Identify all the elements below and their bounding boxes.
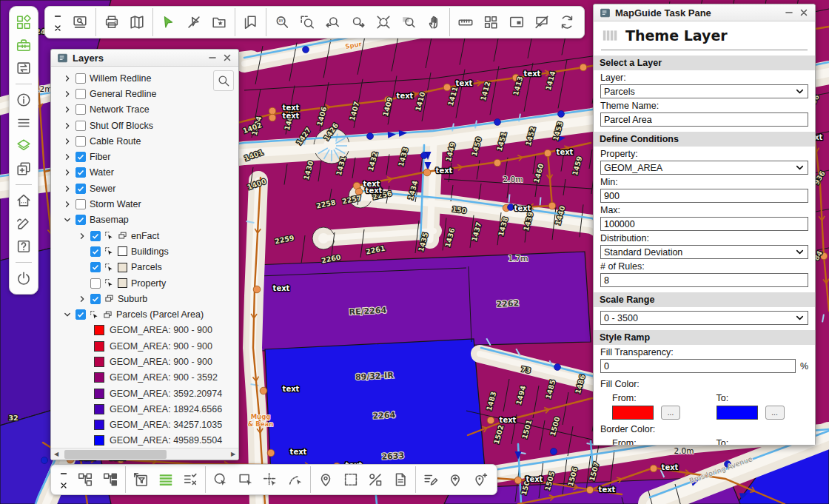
layers-close-button[interactable]: [222, 53, 232, 63]
zoom-window-button[interactable]: [295, 9, 319, 36]
chevron-right-icon[interactable]: [63, 105, 72, 114]
task-pane-minimize-button[interactable]: [784, 7, 794, 18]
menu-button[interactable]: [10, 112, 37, 133]
home-button[interactable]: [10, 190, 37, 211]
layer-checkbox[interactable]: [90, 294, 101, 304]
chevron-right-icon[interactable]: [63, 168, 72, 177]
select-extent-button[interactable]: [338, 466, 362, 493]
property-select[interactable]: GEOM_AREA: [600, 161, 808, 175]
scroll-left-arrow[interactable]: ◀: [51, 451, 61, 457]
scrollbar-thumb[interactable]: [64, 450, 167, 459]
add-point-button[interactable]: [443, 466, 467, 493]
task-pane-header[interactable]: MapGuide Task Pane: [594, 4, 815, 21]
measure-button[interactable]: [453, 9, 477, 36]
layers-panel-header[interactable]: Layers: [51, 50, 238, 67]
overview-map-button[interactable]: [504, 9, 528, 36]
zoom-xy-button[interactable]: XY: [269, 9, 294, 36]
theme-name-input[interactable]: [600, 112, 808, 127]
layers-button[interactable]: [10, 135, 37, 156]
swap-panels-button[interactable]: [10, 58, 37, 78]
refresh-button[interactable]: [555, 9, 580, 36]
layer-checkbox[interactable]: [75, 167, 86, 178]
layer-tree-item[interactable]: Cable Route: [51, 133, 238, 149]
list-unselect-button[interactable]: [178, 466, 202, 493]
layer-checkbox[interactable]: [90, 246, 101, 257]
redline-edit-button[interactable]: [419, 466, 443, 493]
chevron-right-icon[interactable]: [63, 152, 72, 161]
org-filled-button[interactable]: [98, 466, 121, 493]
report-doc-button[interactable]: [388, 466, 412, 493]
layer-tree-item[interactable]: Sewer: [51, 181, 238, 196]
layer-checkbox[interactable]: [75, 73, 86, 84]
zoom-extents-button[interactable]: [371, 9, 395, 36]
chevron-right-icon[interactable]: [63, 137, 72, 146]
clear-selection-button[interactable]: [181, 9, 206, 36]
legend-bars-button[interactable]: [153, 466, 177, 493]
no-tooltip-button[interactable]: [529, 9, 554, 36]
fill-transparency-input[interactable]: [600, 359, 796, 373]
help-button[interactable]: [10, 236, 37, 257]
select-button[interactable]: [156, 9, 181, 36]
fill-to-picker-button[interactable]: ...: [765, 406, 785, 420]
distribution-select[interactable]: Standard Deviation: [600, 245, 808, 259]
layer-tree-item[interactable]: General Redline: [51, 86, 238, 101]
chevron-down-icon[interactable]: [63, 215, 72, 224]
filter-window-button[interactable]: [129, 466, 152, 493]
layer-checkbox[interactable]: [90, 278, 101, 289]
layer-tree-item[interactable]: enFact: [51, 228, 238, 243]
fill-from-swatch[interactable]: [612, 406, 654, 420]
zoom-next-button[interactable]: [346, 9, 370, 36]
fill-from-picker-button[interactable]: ...: [661, 406, 680, 420]
layer-tree-item[interactable]: Fiber: [51, 149, 238, 164]
rules-input[interactable]: [600, 273, 808, 287]
layer-checkbox[interactable]: [75, 184, 86, 194]
task-pane-close-button[interactable]: [799, 7, 809, 18]
power-button[interactable]: [10, 268, 37, 289]
layers-minimize-button[interactable]: [207, 53, 218, 63]
print-button[interactable]: [99, 9, 124, 36]
layer-checkbox[interactable]: [90, 231, 101, 241]
chevron-right-icon[interactable]: [63, 200, 72, 209]
zoom-previous-button[interactable]: [320, 9, 345, 36]
org-outline-button[interactable]: [73, 466, 97, 493]
close-button[interactable]: [53, 24, 62, 33]
scroll-right-arrow[interactable]: ▶: [228, 451, 238, 457]
fill-to-swatch[interactable]: [716, 406, 758, 420]
layer-checkbox[interactable]: [90, 262, 101, 272]
layer-checkbox[interactable]: [75, 199, 86, 209]
dashboard-button[interactable]: [10, 12, 37, 33]
pan-button[interactable]: [422, 9, 446, 36]
layer-search-button[interactable]: [213, 70, 234, 91]
select-polyline-button[interactable]: [283, 466, 307, 493]
scale-range-select[interactable]: 0 - 3500: [600, 311, 808, 325]
layer-checkbox[interactable]: [75, 152, 86, 162]
layer-tree-item[interactable]: Property: [51, 275, 238, 291]
zoom-selection-button[interactable]: [397, 9, 421, 36]
minimize-button[interactable]: [59, 469, 68, 478]
layer-tree-item[interactable]: Network Trace: [51, 102, 238, 118]
chevron-right-icon[interactable]: [63, 74, 72, 83]
chevron-right-icon[interactable]: [63, 90, 72, 98]
tiles-button[interactable]: [479, 9, 503, 36]
chevron-down-icon[interactable]: [63, 310, 72, 319]
max-input[interactable]: [600, 217, 808, 231]
feature-pin-button[interactable]: [314, 466, 338, 493]
layer-tree-item[interactable]: Suburb: [51, 291, 238, 306]
layer-select[interactable]: Parcels: [600, 84, 808, 98]
chevron-right-icon[interactable]: [63, 184, 72, 193]
layer-checkbox[interactable]: [75, 104, 86, 115]
quick-plot-button[interactable]: [68, 9, 93, 36]
layer-checkbox[interactable]: [75, 136, 86, 147]
select-window-button[interactable]: [234, 466, 258, 493]
layer-tree-item[interactable]: Storm Water: [51, 196, 238, 212]
layer-tree-item[interactable]: Parcels: [51, 260, 238, 275]
chevron-right-icon[interactable]: [78, 232, 87, 241]
buffer-percent-button[interactable]: [363, 466, 387, 493]
select-radius-button[interactable]: [209, 466, 232, 493]
maps-button[interactable]: [124, 9, 149, 36]
min-input[interactable]: [600, 189, 808, 203]
add-point-alt-button[interactable]: [469, 466, 492, 493]
info-button[interactable]: [10, 90, 37, 110]
bookmark-button[interactable]: [238, 9, 263, 36]
minimize-button[interactable]: [53, 12, 62, 21]
